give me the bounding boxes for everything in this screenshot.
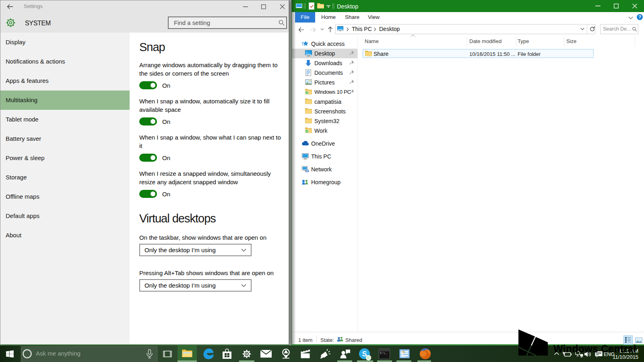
svg-text:C:\_: C:\_	[380, 352, 387, 355]
